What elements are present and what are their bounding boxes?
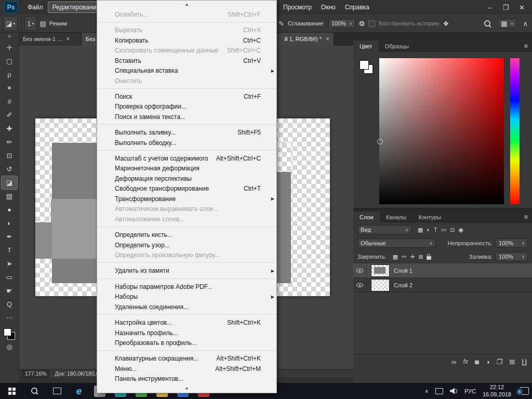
panel-menu-icon[interactable]: ≡ <box>524 213 528 221</box>
menu-scroll-up[interactable]: ▲ <box>97 1 276 8</box>
menu-item[interactable]: Поиск и замена текста... <box>97 112 276 122</box>
brush-panel-toggle-icon[interactable]: ▤ <box>40 20 46 27</box>
layer-visibility-toggle[interactable] <box>353 263 367 277</box>
filter-type-layers-icon[interactable]: T <box>434 227 437 233</box>
start-button[interactable] <box>0 383 23 399</box>
brush-tool[interactable]: ✏ <box>2 136 17 149</box>
hand-tool[interactable]: ☛ <box>2 284 17 297</box>
pen-tool[interactable]: ✒ <box>2 230 17 243</box>
menu-item[interactable]: Автоматически выравнивать слои... <box>97 204 276 215</box>
menu-item[interactable]: Наборы параметров Adobe PDF... <box>97 282 276 292</box>
menu-item[interactable]: Определить кисть... <box>97 230 276 240</box>
symmetry-icon[interactable]: ❖ <box>443 20 449 27</box>
lock-position-icon[interactable]: ✛ <box>410 254 415 260</box>
filter-smart-objects-icon[interactable]: ⊡ <box>450 227 455 233</box>
search-icon[interactable] <box>484 20 491 28</box>
tab-layers[interactable]: Слои <box>353 211 380 223</box>
type-tool[interactable]: T <box>2 244 17 257</box>
layer-thumbnail[interactable] <box>371 279 390 291</box>
move-tool[interactable]: ✛ <box>2 41 17 54</box>
rectangular-marquee-tool[interactable]: ▢ <box>2 55 17 68</box>
menu-item[interactable]: Выполнить обводку... <box>97 138 276 148</box>
menu-item[interactable]: Удаленные соединения... <box>97 302 276 312</box>
collapse-options-icon[interactable]: ∧ <box>523 20 528 27</box>
tab-channels[interactable]: Каналы <box>380 211 413 223</box>
layer-visibility-toggle[interactable] <box>353 278 367 292</box>
gear-icon[interactable]: ❂ <box>359 20 365 27</box>
tab-color[interactable]: Цвет <box>353 41 379 52</box>
path-selection-tool[interactable]: ➤ <box>2 257 17 270</box>
tray-clock[interactable]: 22:12 16.09.2018 <box>483 384 511 398</box>
lock-transparent-pixels-icon[interactable]: ▦ <box>393 254 398 260</box>
edit-toolbar-button[interactable]: ⋯ <box>2 311 17 324</box>
menu-item[interactable]: Удалить из памяти▶ <box>97 266 276 276</box>
lock-all-icon[interactable] <box>427 256 431 260</box>
menu-item[interactable]: Определить произвольную фигуру... <box>97 250 276 260</box>
menu-item[interactable]: Меню...Alt+Shift+Ctrl+M <box>97 364 276 374</box>
menu-item[interactable]: Наборы▶ <box>97 291 276 302</box>
menu-item[interactable]: Клавиатурные сокращения...Alt+Shift+Ctrl… <box>97 354 276 364</box>
quick-selection-tool[interactable]: ✶ <box>2 82 17 95</box>
menu-item[interactable]: Скопировать совмещенные данныеShift+Ctrl… <box>97 45 276 56</box>
tab-swatches[interactable]: Образцы <box>379 41 415 52</box>
zoom-level-field[interactable]: 177,16% <box>22 370 49 378</box>
menu-item[interactable]: Назначить профиль... <box>97 328 276 338</box>
menu-item[interactable]: Панель инструментов... <box>97 374 276 384</box>
menu-item[interactable]: Марионеточная деформация <box>97 164 276 174</box>
hue-slider[interactable] <box>510 58 520 204</box>
workspace-switcher[interactable]: ▦ ∨ <box>498 19 516 28</box>
taskbar-search-button[interactable] <box>23 383 46 399</box>
panel-menu-icon[interactable]: ≡ <box>524 42 528 50</box>
eyedropper-tool[interactable]: ✐ <box>2 109 17 122</box>
menu-item[interactable]: Автоналожение слоев... <box>97 214 276 224</box>
menu-item[interactable]: ПоискCtrl+F <box>97 91 276 102</box>
color-cursor[interactable] <box>377 139 383 144</box>
menu-window[interactable]: Окно <box>316 2 340 13</box>
filter-shape-layers-icon[interactable]: ▭ <box>441 227 446 233</box>
menu-file[interactable]: Файл <box>23 2 48 13</box>
menu-item[interactable]: ВырезатьCtrl+X <box>97 25 276 35</box>
layer-row[interactable]: Слой 1 <box>353 263 532 278</box>
layer-effects-icon[interactable]: fx <box>463 358 468 365</box>
menu-edit[interactable]: Редактирование <box>48 2 104 13</box>
filter-toggle-icon[interactable]: ◉ <box>458 227 463 233</box>
foreground-color-swatch[interactable] <box>360 60 369 70</box>
color-swatches-widget[interactable] <box>360 60 373 74</box>
menu-item[interactable]: Настройка цветов...Shift+Ctrl+K <box>97 317 276 328</box>
zoom-tool[interactable]: Q <box>2 298 17 311</box>
pen-pressure-icon[interactable]: ✎ <box>278 20 284 27</box>
action-center-icon[interactable]: 6 <box>520 387 529 395</box>
restore-history-checkbox[interactable] <box>368 20 375 27</box>
menu-item[interactable]: Проверка орфографии... <box>97 102 276 112</box>
foreground-color-swatch[interactable] <box>4 328 11 336</box>
fill-select[interactable]: 100% ∨ <box>496 252 528 261</box>
quick-mask-button[interactable]: ◎ <box>2 340 17 353</box>
layer-row[interactable]: Слой 2 <box>353 278 532 292</box>
menu-item[interactable]: Масштаб с учетом содержимогоAlt+Shift+Ct… <box>97 153 276 164</box>
eraser-tool[interactable]: ◪ <box>2 176 17 189</box>
filter-adjustment-layers-icon[interactable]: ◐ <box>427 227 430 233</box>
taskbar-edge-icon[interactable]: e <box>69 383 89 399</box>
close-icon[interactable]: × <box>66 35 70 43</box>
healing-brush-tool[interactable]: ✚ <box>2 122 17 135</box>
adjustment-layer-icon[interactable]: ◑ <box>486 358 490 365</box>
blur-tool[interactable]: ● <box>2 203 17 216</box>
menu-item[interactable]: Трансформирование▶ <box>97 194 276 204</box>
network-icon[interactable] <box>435 388 443 394</box>
lasso-tool[interactable]: ρ <box>2 68 17 81</box>
menu-item[interactable]: Специальная вставка▶ <box>97 65 276 76</box>
menu-item[interactable]: Ослабить...Shift+Ctrl+F <box>97 9 276 20</box>
saturation-brightness-gradient[interactable] <box>379 58 504 204</box>
filter-pixel-layers-icon[interactable]: ▦ <box>418 227 423 233</box>
crop-tool[interactable]: # <box>2 95 17 108</box>
layer-filter-select[interactable]: Вид ∨ <box>357 225 411 234</box>
lock-artboard-icon[interactable]: ⊞ <box>419 254 423 260</box>
blend-mode-select[interactable]: Обычные ∨ <box>357 238 435 248</box>
menu-item[interactable]: Определить узор... <box>97 240 276 250</box>
toolbar-expand-button[interactable]: » <box>0 32 19 41</box>
menu-item[interactable]: Свободное трансформированиеCtrl+T <box>97 184 276 194</box>
menu-item[interactable]: КопироватьCtrl+C <box>97 35 276 46</box>
task-view-button[interactable] <box>46 383 69 399</box>
menu-scroll-down[interactable]: ▼ <box>97 385 276 393</box>
menu-item[interactable]: Очистить <box>97 76 276 86</box>
